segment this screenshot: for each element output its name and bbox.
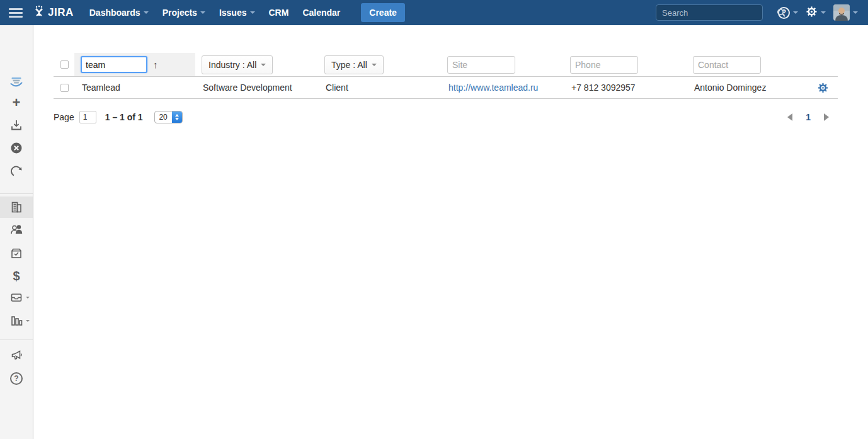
import-icon[interactable]	[0, 115, 33, 136]
sidebar-item-contacts[interactable]	[0, 219, 33, 240]
page-label: Page	[54, 112, 74, 122]
main-menu: Dashboards Projects Issues CRM Calendar …	[83, 0, 405, 25]
chevron-down-icon	[793, 11, 798, 14]
top-navigation: JIRA Dashboards Projects Issues CRM Cale…	[0, 0, 868, 25]
quick-search	[656, 4, 763, 21]
search-icon[interactable]	[777, 8, 785, 17]
add-icon[interactable]: +	[0, 92, 33, 113]
search-input[interactable]	[656, 8, 777, 18]
companies-page: ↑ Industry : All Type : All	[33, 25, 868, 439]
chevron-down-icon	[144, 11, 149, 14]
company-name-filter-input[interactable]	[81, 56, 147, 73]
companies-table: ↑ Industry : All Type : All	[54, 53, 838, 123]
sidebar-item-reports[interactable]	[0, 310, 33, 331]
company-site-link[interactable]: http://www.teamlead.ru	[441, 83, 538, 93]
chevron-down-icon	[250, 11, 255, 14]
crm-sidebar: +	[0, 25, 33, 439]
name-filter-cell: ↑	[74, 53, 195, 76]
site-filter-input[interactable]	[447, 56, 515, 74]
avatar	[833, 4, 850, 21]
company-type: Client	[318, 83, 348, 93]
phone-filter-input[interactable]	[570, 56, 638, 74]
jira-logo[interactable]: JIRA	[33, 5, 74, 20]
page-number-input[interactable]	[79, 111, 96, 123]
company-industry: Software Development	[195, 83, 292, 93]
chevron-down-icon	[261, 64, 266, 66]
nav-projects[interactable]: Projects	[156, 0, 212, 25]
announcement-icon[interactable]	[0, 345, 33, 366]
brand-name: JIRA	[48, 6, 74, 19]
gear-icon	[806, 6, 818, 20]
company-phone: +7 812 3092957	[564, 83, 636, 93]
sidebar-item-archive[interactable]	[0, 287, 33, 308]
chevron-down-icon	[372, 64, 377, 66]
clear-filter-icon[interactable]	[0, 137, 33, 159]
current-page-number: 1	[806, 112, 811, 122]
chevron-down-icon	[26, 297, 30, 299]
contact-filter-cell	[687, 53, 808, 76]
sidebar-item-deals[interactable]: $	[0, 265, 33, 287]
nav-issues[interactable]: Issues	[212, 0, 262, 25]
next-page-icon[interactable]	[824, 113, 829, 121]
phone-filter-cell	[564, 53, 687, 76]
select-all-cell	[54, 60, 74, 69]
sidebar-help-icon[interactable]: ?	[0, 368, 33, 389]
chevron-down-icon	[821, 11, 826, 14]
nav-dashboards[interactable]: Dashboards	[83, 0, 156, 25]
company-contact: Antonio Domingez	[687, 83, 766, 93]
crm-logo-icon[interactable]	[0, 71, 33, 93]
row-actions-gear-icon[interactable]	[818, 83, 828, 93]
page-size-select[interactable]: 20	[154, 111, 183, 123]
type-filter-dropdown[interactable]: Type : All	[324, 55, 384, 74]
nav-calendar[interactable]: Calendar	[295, 0, 347, 25]
chevron-down-icon	[26, 320, 30, 322]
filter-row: ↑ Industry : All Type : All	[54, 53, 838, 77]
industry-filter-cell: Industry : All	[195, 53, 318, 76]
contact-filter-input[interactable]	[693, 56, 761, 74]
page-size-value: 20	[155, 111, 172, 123]
hamburger-menu-icon[interactable]	[0, 0, 31, 25]
sidebar-divider	[0, 193, 33, 194]
type-filter-cell: Type : All	[318, 53, 441, 76]
chevron-down-icon	[200, 11, 205, 14]
jira-logo-icon	[33, 5, 45, 20]
sidebar-divider	[0, 339, 33, 340]
admin-settings-menu[interactable]	[804, 4, 827, 21]
user-profile-menu[interactable]	[832, 3, 859, 22]
company-name[interactable]: Teamlead	[74, 83, 120, 93]
sidebar-item-products[interactable]	[0, 242, 33, 264]
refresh-icon[interactable]	[0, 161, 33, 182]
select-stepper-icon	[172, 111, 182, 123]
row-checkbox[interactable]	[60, 84, 69, 92]
pagination-right: 1	[787, 112, 838, 122]
nav-crm[interactable]: CRM	[262, 0, 296, 25]
row-select-cell	[54, 84, 74, 92]
pagination-left: Page 1 – 1 of 1 20	[54, 111, 183, 123]
previous-page-icon[interactable]	[787, 113, 792, 121]
table-row[interactable]: Teamlead Software Development Client htt…	[54, 77, 838, 99]
select-all-checkbox[interactable]	[60, 60, 69, 69]
sidebar-item-companies[interactable]	[0, 197, 33, 218]
industry-filter-dropdown[interactable]: Industry : All	[202, 55, 273, 74]
nav-right-tools: ?	[656, 3, 868, 22]
create-button[interactable]: Create	[361, 3, 405, 22]
result-range: 1 – 1 of 1	[105, 112, 143, 122]
sort-ascending-icon[interactable]: ↑	[153, 59, 158, 70]
pagination-bar: Page 1 – 1 of 1 20 1	[54, 111, 838, 123]
site-filter-cell	[441, 53, 564, 76]
chevron-down-icon	[853, 11, 858, 14]
